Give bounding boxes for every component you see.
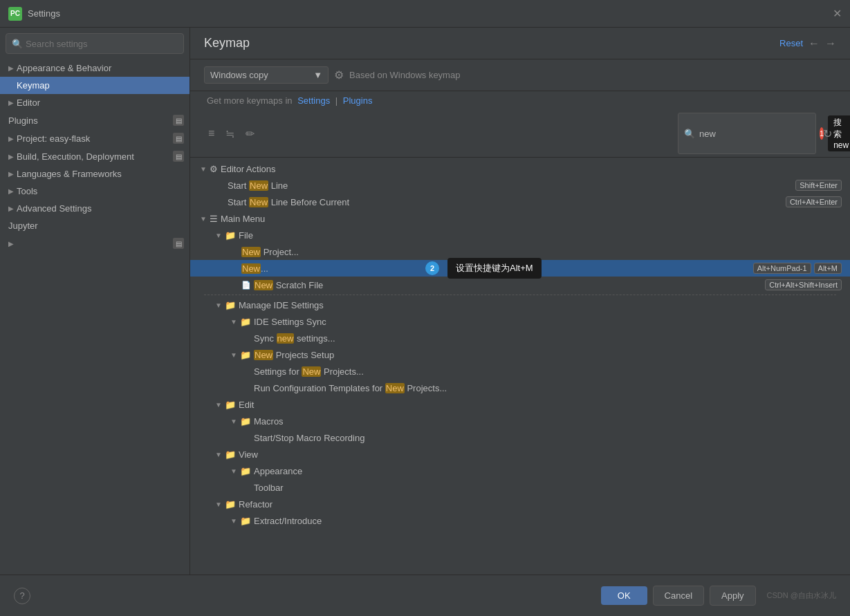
plugins-badge: ▤ [173,115,184,126]
arrow-icon: ▶ [8,170,14,178]
folder-icon: 📁 [240,466,251,476]
expand-arrow-icon: ▼ [214,451,223,458]
settings-link[interactable]: Settings [297,95,330,106]
tree-item-new[interactable]: New... 2 设置快捷键为Alt+M Alt+NumPad-1 Alt+M [190,260,850,277]
right-panel: Keymap Reset ← → Windows copy ▼ ⚙ Based … [190,28,850,575]
refresh-button[interactable]: ↻ [819,126,836,142]
help-button[interactable]: ? [14,588,30,604]
tree-item-manage-ide[interactable]: ▼ 📁 Manage IDE Settings [190,297,850,313]
shortcut-badge: Ctrl+Alt+Enter [786,196,842,207]
tree-item-settings-new-projects[interactable]: Settings for New Projects... [190,363,850,380]
tooltip-bubble: 设置快捷键为Alt+M [447,258,542,279]
tree-item-appearance[interactable]: ▼ 📁 Appearance [190,463,850,479]
sidebar-item-project[interactable]: ▶ Build, Execution, Deployment ▤ [0,147,190,165]
plugins-link[interactable]: Plugins [343,95,373,106]
tree-item-label: Refactor [239,499,847,510]
filter-button[interactable]: ✏ [241,126,259,142]
cancel-button[interactable]: Cancel [653,586,704,606]
settings-window: PC Settings ✕ 🔍 ▶ Appearance & Behavior … [0,0,850,616]
sidebar-item-languages[interactable]: ▶ Tools [0,183,190,200]
folder-icon: 📁 [225,400,236,410]
sidebar-item-advanced[interactable]: Jupyter [0,217,190,234]
file-type-icon: 📄 [241,281,251,290]
expand-arrow-icon: ▼ [229,351,239,359]
sidebar-search-input[interactable] [26,39,178,49]
folder-icon: 📁 [225,300,236,310]
tree-item-label: Edit [239,400,847,410]
tree-item-new-scratch[interactable]: 📄 New Scratch File Ctrl+Alt+Shift+Insert [190,277,850,293]
shortcut-badge-2: Alt+M [814,263,842,274]
sidebar-item-keymap[interactable]: Keymap [0,77,190,94]
tree-item-ide-sync[interactable]: ▼ 📁 IDE Settings Sync [190,313,850,330]
keymap-description: Based on Windows keymap [349,70,460,80]
highlight-new: New [249,197,268,207]
tree-item-label: Main Menu [221,214,847,224]
sidebar-item-build[interactable]: ▶ Languages & Frameworks [0,165,190,183]
project-badge: ▤ [173,151,184,162]
forward-button[interactable]: → [825,37,836,50]
keymap-gear-button[interactable]: ⚙ [334,68,344,82]
arrow-icon: ▶ [8,153,14,160]
sidebar-item-label: Advanced Settings [17,203,91,214]
tree-item-extract-intro[interactable]: ▼ 📁 Extract/Introduce [190,512,850,529]
tree-item-new-projects-setup[interactable]: ▼ 📁 New Projects Setup [190,346,850,363]
tree-item-label: Start New Line [228,180,795,191]
reset-button[interactable]: Reset [779,38,803,48]
tree-item-file[interactable]: ▼ 📁 File [190,227,850,243]
tree-item-editor-actions[interactable]: ▼ ⚙ Editor Actions [190,160,850,177]
pipe-separator: | [335,95,340,106]
bottom-bar: ? OK Cancel Apply CSDN @自由水冰儿 [0,575,850,616]
sidebar-item-editor[interactable]: ▶ Editor [0,94,190,111]
tree-item-macro-recording[interactable]: Start/Stop Macro Recording [190,429,850,446]
highlight-new: New [249,180,268,191]
tree-item-view[interactable]: ▼ 📁 View [190,446,850,463]
folder-icon: 📁 [225,499,236,510]
tree-item-label: Extract/Introduce [254,516,847,526]
apply-button[interactable]: Apply [710,586,756,606]
tree-item-main-menu[interactable]: ▼ ☰ Main Menu [190,210,850,227]
vc-badge: ▤ [173,133,184,144]
sidebar-item-version-control[interactable]: ▶ Project: easy-flask ▤ [0,129,190,147]
tree-item-toolbar[interactable]: Toolbar [190,479,850,496]
folder-icon: 📁 [225,230,236,241]
close-button[interactable]: ✕ [833,7,842,20]
tree-item-run-config[interactable]: Run Configuration Templates for New Proj… [190,380,850,396]
tree-shortcuts: Alt+NumPad-1 Alt+M [753,263,847,274]
tree-item-start-new-line[interactable]: Start New Line Shift+Enter [190,177,850,194]
sidebar-item-appearance[interactable]: ▶ Appearance & Behavior [0,59,190,77]
tree-item-label: Appearance [254,466,847,476]
arrow-icon: ▶ [8,135,14,142]
collapse-all-button[interactable]: ≒ [221,126,239,142]
tree-item-refactor[interactable]: ▼ 📁 Refactor [190,496,850,512]
tree-item-sync-new[interactable]: Sync new settings... [190,330,850,346]
highlight-new: New [254,350,273,360]
sidebar-search[interactable]: 🔍 [6,33,184,54]
keymap-search-input[interactable] [699,129,815,139]
sidebar-item-plugins[interactable]: Plugins ▤ [0,111,190,129]
sidebar-item-tools[interactable]: ▶ Advanced Settings [0,200,190,217]
expand-arrow-icon: ▼ [229,467,239,475]
get-more-keymaps: Get more keymaps in Settings | Plugins [190,91,850,110]
tree-item-label: IDE Settings Sync [254,317,847,327]
tree-area: ▼ ⚙ Editor Actions Start New Line Shift+… [190,158,850,575]
sidebar-item-jupyter[interactable]: ▶ ▤ [0,234,190,252]
sidebar-item-label: Tools [17,186,37,196]
sidebar-item-label: Editor [17,97,40,108]
tree-item-edit[interactable]: ▼ 📁 Edit [190,396,850,413]
expand-all-button[interactable]: ≡ [204,126,219,141]
search-field-icon: 🔍 [684,129,695,139]
keymap-dropdown[interactable]: Windows copy ▼ [204,66,329,84]
ok-button[interactable]: OK [601,586,647,605]
separator-line [204,295,836,295]
tree-item-start-new-line-before[interactable]: Start New Line Before Current Ctrl+Alt+E… [190,194,850,210]
tree-item-label: Start New Line Before Current [228,197,786,207]
sidebar-item-label: Keymap [17,80,50,91]
arrow-icon: ▶ [8,99,14,106]
sidebar-item-label: Build, Execution, Deployment [17,151,134,162]
tree-item-macros[interactable]: ▼ 📁 Macros [190,413,850,429]
arrow-icon: ▶ [8,205,14,212]
tree-item-label: Editor Actions [221,164,847,174]
highlight-new: New [385,383,405,393]
folder-icon: ⚙ [210,164,218,174]
back-button[interactable]: ← [809,37,820,50]
